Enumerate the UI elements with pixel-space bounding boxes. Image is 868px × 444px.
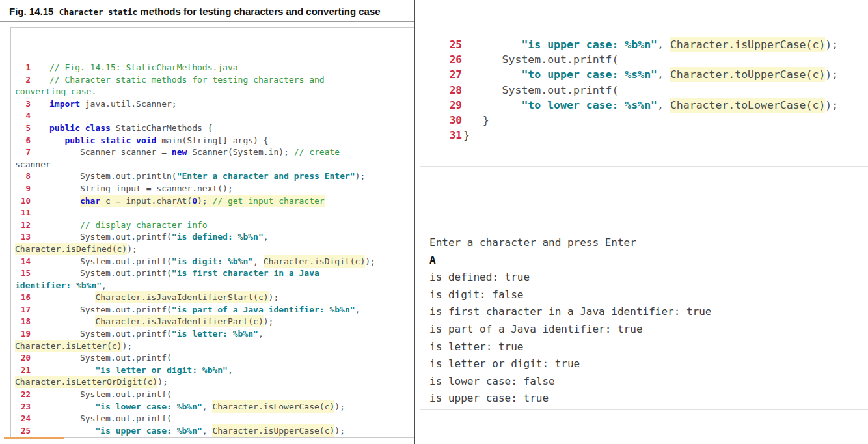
code-segment: System.out.printf(	[49, 353, 172, 363]
code-segment: ,	[657, 38, 670, 51]
line-number: 9	[16, 183, 31, 195]
code-segment: ,	[264, 232, 269, 242]
code-line-wrap: identifier: %b%n",	[11, 280, 414, 292]
line-number: 10	[16, 195, 31, 208]
line-number: 8	[16, 171, 31, 183]
line-number: 28	[435, 83, 462, 98]
code-line: 20 System.out.printf(	[11, 352, 414, 365]
line-number: 18	[16, 316, 31, 328]
code-segment	[49, 292, 95, 302]
line-number: 22	[16, 389, 31, 401]
code-segment: );	[825, 38, 838, 51]
horizontal-scrollbar-thumb[interactable]	[4, 437, 64, 439]
code-segment: converting case.	[15, 87, 96, 96]
highlighted-code-segment: );	[197, 195, 212, 207]
code-segment: ,	[228, 365, 233, 375]
output-line: A	[429, 252, 868, 270]
code-line: 14 System.out.printf("is digit: %b%n", C…	[11, 256, 414, 268]
output-line: is upper case: true	[429, 390, 868, 408]
code-segment	[463, 68, 521, 81]
highlighted-code-segment: Character.isJavaIdentifierPart(c)	[95, 315, 263, 327]
highlighted-code-segment: Character.isLowerCase(c)	[212, 400, 334, 413]
highlighted-code-segment: 0	[192, 195, 197, 207]
code-segment: import	[49, 99, 80, 109]
line-number: 3	[16, 98, 31, 111]
code-segment: // display character info	[80, 220, 208, 230]
code-segment	[49, 135, 64, 145]
code-line: 5public class StaticCharMethods {	[11, 122, 414, 135]
code-line: 10 char c = input.charAt(0); // get inpu…	[11, 195, 414, 208]
code-line: 28 System.out.printf(	[415, 83, 868, 98]
code-segment: "is part of a Java identifier: %b%n"	[172, 305, 355, 314]
code-line: 13 System.out.printf("is defined: %b%n",	[11, 231, 414, 243]
code-segment: "Enter a character and press Enter"	[177, 171, 355, 181]
program-output: Enter a character and press EnterAis def…	[429, 234, 868, 408]
line-number: 6	[16, 135, 31, 147]
code-line-wrap: Character.isLetter(c));	[11, 340, 414, 353]
output-line: is first character in a Java identifier:…	[429, 303, 868, 321]
code-segment: System.out.printf(	[463, 53, 618, 66]
code-segment: System.out.printf(	[49, 232, 172, 242]
code-segment: System.out.println(	[49, 171, 177, 181]
output-line: is part of a Java identifier: true	[429, 321, 868, 339]
highlighted-code-segment: Character.isJavaIdentifierStart(c)	[95, 291, 268, 303]
code-line: 8 System.out.println("Enter a character …	[11, 171, 414, 183]
line-number: 7	[16, 146, 31, 159]
code-segment: "to upper case: %s%n"	[521, 68, 657, 81]
code-segment: System.out.printf(	[49, 389, 172, 399]
code-line: 1// Fig. 14.15: StaticCharMethods.java	[11, 62, 414, 74]
figure-caption: Fig. 14.15 Character static methods for …	[9, 5, 381, 18]
code-segment: "is upper case: %b%n"	[95, 426, 202, 436]
code-segment	[463, 99, 521, 111]
line-number: 19	[16, 328, 31, 340]
code-line: 21 "is letter or digit: %b%n",	[11, 365, 414, 377]
separator-line-middle	[420, 191, 868, 191]
horizontal-scrollbar-track[interactable]	[4, 439, 410, 439]
figure-caption-rest: methods for testing characters and conve…	[137, 6, 380, 17]
code-line: 6 public static void main(String[] args)…	[11, 135, 414, 147]
code-segment: ,	[355, 305, 360, 314]
line-number: 26	[435, 52, 462, 67]
code-segment: StaticCharMethods {	[111, 123, 213, 133]
code-segment: System.out.printf(	[49, 268, 172, 278]
code-segment: Scanner scanner =	[49, 147, 172, 157]
code-line-wrap: Character.isDefined(c));	[11, 243, 414, 256]
line-number: 5	[16, 122, 31, 135]
line-number: 4	[16, 110, 31, 122]
code-listing-box[interactable]: 1// Fig. 14.15: StaticCharMethods.java2/…	[10, 27, 414, 438]
figure-label: Fig. 14.15	[9, 6, 53, 17]
code-segment: );	[269, 292, 279, 302]
output-line: is lower case: false	[429, 373, 868, 391]
code-segment: public class	[49, 123, 111, 133]
highlighted-code-segment: Character.toUpperCase(c)	[670, 67, 825, 82]
code-segment: new	[172, 147, 187, 157]
code-listing-continued[interactable]: 25 "is upper case: %b%n", Character.isUp…	[415, 37, 868, 143]
line-number: 17	[16, 304, 31, 316]
right-pane: 25 "is upper case: %b%n", Character.isUp…	[415, 0, 868, 444]
code-segment: ,	[657, 68, 670, 81]
code-line: 27 "to upper case: %s%n", Character.toUp…	[415, 67, 868, 82]
line-number: 24	[16, 413, 31, 425]
code-line: 29 "to lower case: %s%n", Character.toLo…	[415, 98, 868, 113]
line-number: 29	[435, 98, 462, 113]
code-line: 15 System.out.printf("is first character…	[11, 268, 414, 280]
code-segment: }	[463, 129, 470, 141]
code-line: 31}	[415, 128, 868, 143]
code-segment: );	[157, 377, 168, 387]
highlighted-code-segment: Character.isLetterOrDigit(c)	[15, 376, 157, 388]
highlighted-code-segment: c = input.charAt(	[100, 195, 192, 207]
code-segment: scanner	[15, 160, 51, 169]
code-segment: );	[334, 402, 345, 411]
code-segment: "is defined: %b%n"	[172, 232, 264, 242]
code-segment	[463, 38, 521, 51]
separator-line-bottom	[420, 409, 868, 410]
code-segment: // Fig. 14.15: StaticCharMethods.java	[49, 62, 238, 72]
code-segment: System.out.printf(	[463, 84, 618, 96]
code-segment: identifier: %b%n"	[15, 281, 102, 290]
code-segment: public static void	[64, 135, 156, 145]
code-line-wrap: scanner	[11, 159, 414, 171]
caption-spacer	[53, 6, 59, 17]
code-segment	[49, 316, 95, 326]
code-line: 23 "is lower case: %b%n", Character.isLo…	[11, 401, 414, 413]
ebook-page: { "figure": { "label": "Fig. 14.15", "ca…	[0, 0, 868, 444]
